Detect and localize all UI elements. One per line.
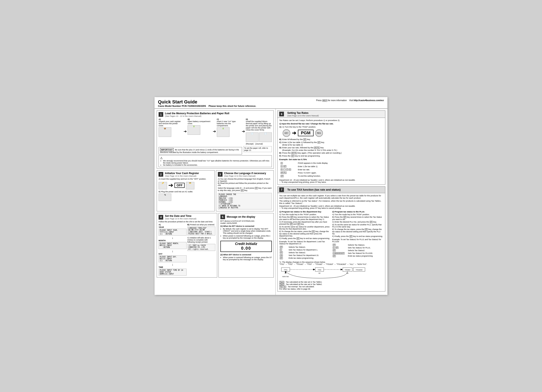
section-1-title: Load the Memory Protection Batteries and… [165, 112, 229, 115]
prog2-ex-row-3: ST Selects Tax Status2. [333, 249, 383, 252]
prog1-step-e: E) To change the tax status, press the S… [279, 230, 331, 237]
proc1-title: 1) Input the desired flat tax rate / Cha… [279, 122, 383, 125]
prog2-step-d: D) To set the same tax status for anothe… [332, 224, 383, 228]
section-2-title: Initialize Your Cash Register [165, 172, 199, 175]
section-5-title: Message on the display [227, 215, 255, 218]
section-6: 6 Setting Tax Rates (See Page 14 in the … [277, 111, 385, 185]
example-table: 3 PGM3 appears in the mode display. 1 ST… [279, 161, 383, 178]
day-display: PLEASE INPUT DAY. DD(CA):INPUT (C) :RETU… [159, 255, 187, 262]
example-desc-4: Press <CASH> again. [297, 171, 383, 174]
example-key-3: 5 · 7 5 [280, 168, 297, 171]
example-desc-5: To end the setting function. [297, 175, 383, 177]
key-image: 🔑 [159, 182, 167, 189]
step-1b-image: 🔋 [188, 125, 200, 135]
section-6-step-a: A) A) Turn the key to the "PGM" position… [279, 126, 383, 128]
language-display: PLEASE CHOOSE THE LANGUAGE. ENGLISH :(CA… [218, 193, 272, 209]
step-a-text: A) Turn the key to the "PGM" position. [282, 126, 316, 128]
attl-key-e: AT/TL [291, 152, 297, 154]
section-2: 2 Initialize Your Cash Register (See Pag… [157, 170, 215, 211]
example-desc-1: PGM3 appears in the mode display. [297, 162, 383, 164]
example-row-5: ST To end the setting function. [280, 175, 383, 177]
section-4-col-b: B) Printed out what you entered. LANGUAG… [187, 224, 215, 276]
step-1a-image: 📦 [159, 127, 171, 137]
prog1-step-d: D) To set the same tax status for anothe… [279, 226, 331, 230]
svg-marker-4 [313, 269, 315, 270]
quick-start-guide-page: Quick Start Guide Casio Model Number PCR… [155, 97, 387, 295]
step-1d-image2: 📄 [259, 132, 272, 142]
keep-note: Please keep this sheet for future refere… [209, 105, 256, 107]
prog2-step-f: F) Finally, press the ST key to end tax … [332, 235, 383, 238]
svg-text:02: 02 [319, 272, 320, 274]
tax-diagram: T/S1 01 T/S2 02 [279, 267, 383, 280]
example-desc-3: Enter tax rate. [297, 168, 383, 171]
prog2-step-c: C) Enter the desired PLU No. and press t… [332, 221, 383, 223]
st-key-f: ST [291, 155, 294, 157]
main-content: 1 Load the Memory Protection Batteries a… [155, 109, 387, 295]
page-subtitle: Casio Model Number PCR-T2200/2100/220S P… [158, 105, 256, 107]
left-column: 1 Load the Memory Protection Batteries a… [155, 109, 276, 295]
help-mid: for more information [328, 99, 347, 101]
section-6-step-d: D) Enter your tax rate, followed by the … [279, 146, 383, 151]
warning-icon: ⚠ [160, 156, 163, 160]
prog1-ex-row-1: ST Selects Tax Status1. [280, 246, 330, 248]
prog2-step-e: E) To change the tax status, press the S… [332, 228, 383, 235]
legend: Tax1 : Tax calculated at the rate set in… [279, 281, 383, 290]
svg-text:T/S1&2&3: T/S1&2&3 [356, 269, 363, 270]
svg-text:T/S2&3: T/S2&3 [345, 269, 350, 271]
section-7-body: You can set multiple tax rates on this c… [277, 193, 385, 292]
down-arrow-2: ↓ [159, 249, 187, 253]
prog-col-2: 2) Program tax status to the PLUs A) Tur… [332, 211, 383, 260]
section-2-num: 2 [159, 172, 163, 177]
example-row-2: 1 ST Enter 1 (for tax table 1). [280, 165, 383, 168]
section-7-intro: You can set multiple tax rates on this c… [279, 194, 383, 199]
important-label: IMPORTANT [160, 148, 173, 151]
section-3-step-b: B) Read the printout and follow the proc… [218, 182, 272, 186]
eft-device: EFT device is DATACAP SYSTEMS,INC. model… [220, 220, 272, 224]
arrow-3: ➔ [242, 129, 245, 134]
section-4-num: 4 [159, 215, 163, 220]
section-6-intro: Tax Rates can be set 2 ways: Perform pro… [279, 119, 383, 122]
off-label: OFF [174, 183, 185, 188]
prog2-step-a: A) Turn the mode key to the "PGM" positi… [332, 213, 383, 216]
section-4-ab: A) YEAR PLEASE INPUT YEAR. YYYY(CA):INPU… [159, 224, 215, 276]
section-6-num: 6 [279, 112, 284, 116]
two-col-program: 1) Program tax status to the department … [279, 211, 383, 260]
paper-note-box: To set the paper roll, refer to page 12. [243, 146, 272, 152]
section-3-title: Choose the Language if necessary [224, 172, 266, 175]
svg-marker-9 [341, 269, 343, 270]
sequence-text: "T/S1" → "T/S2" → "T/S1&2" → "T/S3" → "T… [279, 263, 383, 265]
section-3-content: A) You can choose the printout language … [218, 178, 272, 209]
prog1-step-c: C) If necessary, press the department ke… [279, 221, 331, 225]
section-5-header: 5 Message on the display [220, 215, 272, 219]
page-header: Quick Start Guide Casio Model Number PCR… [155, 97, 387, 109]
register-circle: REG [315, 129, 323, 137]
right-column: 6 Setting Tax Rates (See Page 14 in the … [276, 109, 387, 295]
casio-display: (C) 2007,by CASIO COMPUTER CO.,LTD. All … [187, 244, 215, 251]
prog1-step-f: F) Finally, press the ST key to end tax … [279, 237, 331, 240]
model-number: PCR-T2200/2100/220S [182, 105, 206, 107]
section-7-intro2: The setting is referred to as the "tax s… [279, 200, 383, 204]
register-image: 💳 [186, 182, 194, 189]
section-1-num: 1 [159, 112, 163, 117]
legend-2: Tax2 : Tax calculated at the rate set in… [279, 283, 383, 286]
example-title: Example: Set state tax 5.75% [279, 158, 383, 161]
attl-key-d: AT/TL [314, 147, 320, 149]
example-row-1: 3 PGM3 appears in the mode display. [280, 162, 383, 164]
section-3-num: 3 [218, 172, 222, 177]
url: http://casio4business.com/ecr [354, 99, 384, 101]
receipt-label: (Receipt) [246, 143, 254, 145]
step-1d: D) Install the supplied 58mm thermal pap… [246, 118, 272, 145]
prog2-title: 2) Program tax status to the PLUs [332, 211, 383, 213]
eft-connected-text: When power is restored following an outa… [223, 256, 272, 261]
section-2-step-a: A) Insert the supplied key and turn to t… [159, 178, 213, 201]
example-row-4: AT/TL Press <CASH> again. [280, 171, 383, 174]
section-2-off-row: 🔑 ➔ OFF 💳 [159, 181, 213, 189]
st-key-c: ST [317, 141, 320, 144]
section-6-step-f: F) Press the ST key to end tax programmi… [279, 155, 383, 157]
pgm-arrow: ➔ [292, 130, 296, 136]
credit-box: Credit Initializ 0.00 [220, 241, 272, 252]
steps-4-5-row: 4 Set the Date and Time (See Page 13 in … [157, 213, 274, 279]
step-1c-image: 🔋 [217, 127, 229, 137]
display-value: 0.00 [222, 246, 271, 251]
st-key-1: ST [255, 187, 258, 189]
